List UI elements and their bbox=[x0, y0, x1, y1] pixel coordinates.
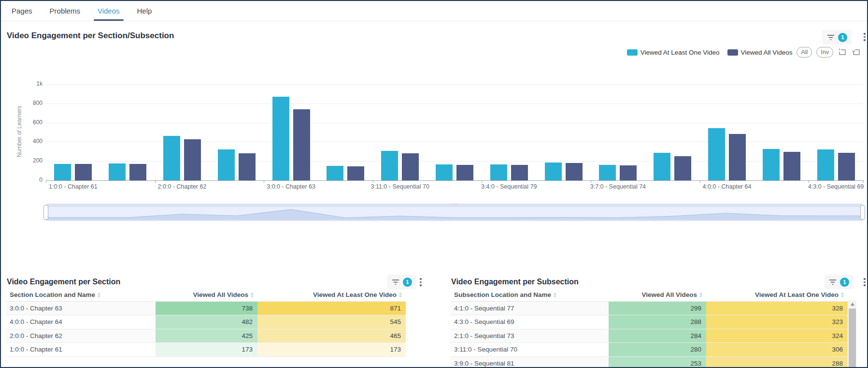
viewed-all-cell: 738 bbox=[156, 302, 257, 315]
bar-viewed-at-least-one[interactable] bbox=[599, 165, 616, 180]
bar-viewed-all[interactable] bbox=[511, 165, 528, 180]
bar-viewed-at-least-one[interactable] bbox=[381, 151, 398, 180]
filter-funnel-icon bbox=[392, 279, 399, 286]
datazoom-slider[interactable] bbox=[43, 204, 865, 221]
bar-viewed-all[interactable] bbox=[239, 153, 256, 181]
subsection-table-menu-kebab-icon[interactable] bbox=[862, 277, 867, 288]
sort-asc-icon bbox=[399, 293, 402, 294]
bar-viewed-all[interactable] bbox=[566, 163, 583, 180]
x-axis-label: 3:0:0 - Chapter 63 bbox=[237, 183, 346, 190]
column-header[interactable]: Viewed At Least One Video bbox=[257, 291, 406, 301]
table-row: 2:1:0 - Sequential 73284324 bbox=[450, 329, 848, 343]
bar-viewed-all[interactable] bbox=[293, 109, 310, 180]
row-name-cell: 3:9:0 - Sequential 81 bbox=[450, 357, 609, 368]
section-table-filter-chip[interactable]: 1 bbox=[387, 275, 416, 289]
chart-menu-kebab-icon[interactable] bbox=[862, 31, 867, 43]
x-axis-label: 3:11:0 - Sequential 70 bbox=[345, 183, 455, 190]
y-tick-label: 0 bbox=[23, 177, 43, 183]
bar-viewed-at-least-one[interactable] bbox=[163, 136, 180, 181]
subsection-table-scrollbar[interactable] bbox=[848, 300, 856, 367]
x-axis-tick bbox=[863, 180, 864, 183]
sort-desc-icon bbox=[554, 295, 556, 297]
bar-viewed-at-least-one[interactable] bbox=[218, 149, 235, 181]
sort-icon bbox=[98, 293, 100, 297]
x-axis-tick bbox=[264, 180, 264, 183]
row-name-cell: 4:0:0 - Chapter 64 bbox=[6, 315, 156, 328]
column-header[interactable]: Subsection Location and Name bbox=[450, 291, 609, 301]
legend-inverse-button[interactable]: Inv bbox=[816, 47, 833, 58]
bar-viewed-at-least-one[interactable] bbox=[763, 149, 780, 180]
bar-viewed-at-least-one[interactable] bbox=[436, 164, 453, 180]
datazoom-right-handle[interactable] bbox=[860, 205, 865, 220]
bar-viewed-all[interactable] bbox=[347, 166, 364, 181]
column-header[interactable]: Viewed At Least One Video bbox=[706, 291, 848, 301]
bar-viewed-all[interactable] bbox=[838, 153, 855, 180]
datazoom-left-handle[interactable] bbox=[43, 205, 48, 220]
datazoom-move-handle[interactable] bbox=[46, 204, 863, 207]
chart-filter-chip[interactable]: 1 bbox=[823, 30, 852, 44]
bar-viewed-at-least-one[interactable] bbox=[817, 149, 834, 180]
bar-group bbox=[209, 149, 264, 181]
column-header[interactable]: Section Location and Name bbox=[6, 291, 156, 301]
subsection-table-filter-chip[interactable]: 1 bbox=[825, 275, 854, 289]
viewed-one-cell: 465 bbox=[257, 329, 406, 342]
row-name-cell: 1:0:0 - Chapter 61 bbox=[6, 343, 156, 356]
legend-all-button[interactable]: All bbox=[797, 47, 812, 58]
sort-asc-icon bbox=[841, 293, 844, 294]
bar-viewed-at-least-one[interactable] bbox=[708, 128, 725, 181]
zoom-select-icon[interactable] bbox=[838, 48, 847, 57]
legend-item[interactable]: Viewed All Videos bbox=[727, 49, 793, 56]
row-name-cell: 3:0:0 - Chapter 63 bbox=[6, 302, 156, 315]
bar-viewed-at-least-one[interactable] bbox=[327, 166, 343, 180]
bar-viewed-all[interactable] bbox=[783, 152, 800, 181]
x-axis-label: 3:4:0 - Sequential 79 bbox=[455, 183, 564, 190]
tab-pages[interactable]: Pages bbox=[12, 1, 32, 21]
tab-videos[interactable]: Videos bbox=[98, 1, 120, 21]
sort-asc-icon bbox=[699, 293, 702, 294]
table-row: 4:1:0 - Sequential 77299328 bbox=[450, 302, 848, 315]
row-name-cell: 2:1:0 - Sequential 73 bbox=[450, 329, 609, 342]
column-header[interactable]: Viewed All Videos bbox=[156, 291, 257, 301]
bar-viewed-at-least-one[interactable] bbox=[654, 153, 670, 180]
sort-icon bbox=[251, 293, 254, 297]
viewed-one-cell: 288 bbox=[706, 357, 848, 368]
bar-viewed-all[interactable] bbox=[620, 165, 637, 180]
bar-group bbox=[645, 153, 700, 180]
bar-viewed-all[interactable] bbox=[129, 164, 146, 180]
column-header[interactable]: Viewed All Videos bbox=[609, 291, 706, 301]
viewed-all-cell: 425 bbox=[156, 329, 257, 342]
bar-group bbox=[264, 97, 318, 180]
viewed-one-cell: 323 bbox=[706, 315, 848, 328]
bar-viewed-at-least-one[interactable] bbox=[109, 163, 126, 180]
table-row: 2:0:0 - Chapter 62425465 bbox=[6, 329, 406, 343]
sort-desc-icon bbox=[699, 295, 702, 297]
x-axis-label: 2:0:0 - Chapter 62 bbox=[128, 183, 237, 190]
scrollbar-thumb[interactable] bbox=[849, 309, 856, 367]
filter-funnel-icon bbox=[829, 279, 837, 286]
bar-viewed-at-least-one[interactable] bbox=[54, 164, 71, 180]
bar-viewed-all[interactable] bbox=[184, 139, 201, 180]
bar-viewed-at-least-one[interactable] bbox=[545, 162, 562, 180]
bar-viewed-at-least-one[interactable] bbox=[490, 164, 507, 180]
section-table-menu-kebab-icon[interactable] bbox=[418, 277, 423, 288]
scroll-up-icon[interactable] bbox=[851, 303, 854, 306]
x-axis-tick bbox=[700, 180, 700, 183]
bar-group bbox=[591, 165, 645, 180]
tab-problems[interactable]: Problems bbox=[50, 1, 80, 21]
viewed-all-cell: 288 bbox=[609, 315, 706, 328]
y-tick-label: 800 bbox=[23, 100, 43, 106]
tab-help[interactable]: Help bbox=[137, 1, 152, 21]
bar-group bbox=[318, 166, 373, 180]
datazoom-track[interactable] bbox=[46, 207, 863, 221]
zoom-reset-icon[interactable] bbox=[852, 48, 861, 57]
bar-viewed-at-least-one[interactable] bbox=[272, 97, 289, 180]
bar-viewed-all[interactable] bbox=[729, 134, 746, 180]
bar-viewed-all[interactable] bbox=[456, 165, 473, 180]
chart-title: Video Engagement per Section/Subsection bbox=[7, 31, 174, 41]
y-tick-label: 600 bbox=[23, 119, 43, 126]
legend-item[interactable]: Viewed At Least One Video bbox=[627, 49, 720, 56]
viewed-one-cell: 328 bbox=[706, 302, 848, 315]
bar-viewed-all[interactable] bbox=[402, 153, 419, 180]
bar-viewed-all[interactable] bbox=[674, 156, 691, 180]
bar-viewed-all[interactable] bbox=[75, 164, 92, 180]
